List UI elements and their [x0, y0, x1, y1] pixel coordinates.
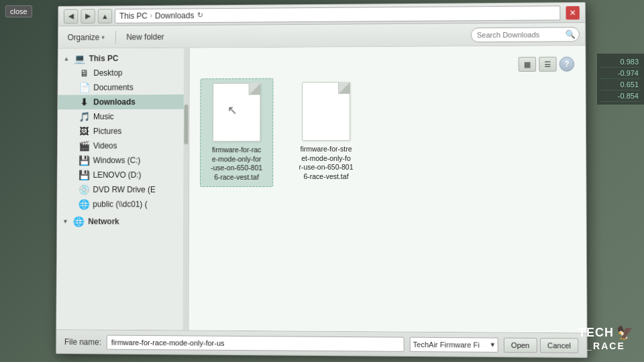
toolbar-separator [115, 30, 116, 44]
new-folder-button[interactable]: New folder [122, 30, 168, 44]
organize-label: Organize [68, 32, 100, 42]
right-panel: 0.983 -0.974 0.651 -0.854 [597, 54, 644, 105]
music-icon: 🎵 [78, 111, 89, 122]
sidebar-item-videos[interactable]: 🎬 Videos [58, 138, 189, 153]
public-icon: 🌐 [78, 199, 89, 210]
open-button[interactable]: Open [504, 337, 537, 353]
techair-logo: TECH 🦅 _RACE [578, 324, 633, 351]
help-button[interactable]: ? [559, 56, 575, 71]
sidebar-item-documents[interactable]: 📄 Documents [58, 80, 189, 95]
file-grid: ↖ firmware-for-race-mode-only-for-use-on… [200, 77, 575, 187]
sidebar-item-public[interactable]: 🌐 public (\\dc01) ( [57, 197, 189, 212]
content-area: ▲ 💻 This PC 🖥 Desktop 📄 Documents ⬇ Down… [56, 46, 586, 333]
file-name-input[interactable]: firmware-for-race-mode-only-for-us [107, 335, 405, 351]
sidebar-item-pictures[interactable]: 🖼 Pictures [58, 124, 189, 139]
organize-dropdown-arrow: ▾ [101, 34, 105, 40]
sidebar-item-this-pc[interactable]: ▲ 💻 This PC [58, 51, 189, 66]
cursor-icon-1: ↖ [227, 103, 237, 118]
back-button[interactable]: ◀ [64, 9, 78, 23]
sidebar: ▲ 💻 This PC 🖥 Desktop 📄 Documents ⬇ Down… [56, 48, 190, 330]
path-sep1: › [150, 12, 152, 19]
search-icon[interactable]: 🔍 [566, 29, 576, 39]
search-input[interactable] [477, 30, 566, 39]
sidebar-item-network[interactable]: ▼ 🌐 Network [57, 214, 189, 229]
window-close-button[interactable]: ✕ [566, 6, 579, 19]
file-item-1[interactable]: ↖ firmware-for-race-mode-only-for-use-on… [200, 78, 273, 187]
refresh-button[interactable]: ↻ [194, 9, 206, 21]
bottom-actions: Open Cancel [504, 337, 579, 353]
right-panel-value-2: -0.974 [600, 68, 641, 79]
view-list-button[interactable]: ☰ [539, 57, 557, 72]
logo-bird-icon: 🦅 [616, 324, 633, 341]
file-type-dropdown[interactable]: TechAir Firmware Fi ▾ [410, 337, 498, 352]
sidebar-scrollbar[interactable] [183, 48, 189, 330]
lenovo-d-label: LENOVO (D:) [93, 170, 142, 180]
documents-label: Documents [93, 82, 133, 92]
desktop-label: Desktop [93, 68, 122, 78]
file-fold-1 [249, 83, 261, 95]
new-folder-label: New folder [126, 32, 164, 42]
windows-c-label: Windows (C:) [93, 156, 141, 165]
file-type-arrow: ▾ [490, 341, 494, 349]
address-bar[interactable]: This PC › Downloads ↻ [115, 5, 560, 23]
nav-controls: ◀ ▶ ▲ [64, 9, 112, 23]
file-item-2[interactable]: firmware-for-street-mode-only-for-use-on… [289, 78, 363, 187]
sidebar-scrollbar-thumb [184, 104, 188, 144]
videos-icon: 🎬 [78, 141, 89, 152]
right-panel-value-1: 0.983 [600, 56, 641, 68]
view-controls: ▦ ☰ ? [201, 56, 575, 73]
address-path: This PC › Downloads [119, 11, 194, 21]
dvd-rw-label: DVD RW Drive (E [93, 185, 156, 194]
cancel-button[interactable]: Cancel [540, 337, 579, 353]
sidebar-item-windows-c[interactable]: 💾 Windows (C:) [58, 153, 189, 168]
organize-button[interactable]: Organize ▾ [64, 30, 109, 44]
path-this-pc: This PC [119, 11, 148, 20]
windows-c-icon: 💾 [78, 155, 89, 166]
this-pc-expand-arrow: ▲ [64, 56, 70, 62]
pictures-icon: 🖼 [78, 126, 89, 137]
sidebar-item-lenovo-d[interactable]: 💾 LENOVO (D:) [58, 168, 189, 182]
file-type-label: TechAir Firmware Fi [413, 340, 480, 349]
up-button[interactable]: ▲ [98, 9, 113, 23]
network-label: Network [88, 217, 119, 226]
file-name-value: firmware-for-race-mode-only-for-us [111, 338, 225, 347]
desktop-icon: 🖥 [79, 68, 90, 78]
dvd-rw-icon: 💿 [78, 184, 89, 195]
toolbar: Organize ▾ New folder 🔍 [58, 23, 585, 49]
sidebar-item-desktop[interactable]: 🖥 Desktop [58, 65, 189, 80]
network-expand-arrow: ▼ [62, 218, 68, 225]
documents-icon: 📄 [79, 82, 90, 93]
lenovo-d-icon: 💾 [78, 170, 89, 180]
file-pane: ▦ ☰ ? ↖ firmware-for-race-mode-only-for-… [189, 46, 586, 333]
videos-label: Videos [93, 141, 117, 151]
logo-race-text: _RACE [586, 341, 625, 351]
path-downloads: Downloads [155, 11, 194, 20]
sidebar-item-downloads[interactable]: ⬇ Downloads [58, 95, 189, 109]
public-label: public (\\dc01) ( [93, 200, 147, 209]
close-button[interactable]: close [5, 5, 32, 17]
file-icon-1: ↖ [213, 83, 261, 142]
network-icon: 🌐 [74, 216, 85, 227]
downloads-label: Downloads [93, 97, 136, 107]
pictures-label: Pictures [93, 127, 122, 136]
downloads-icon: ⬇ [79, 97, 90, 107]
sidebar-item-music[interactable]: 🎵 Music [58, 109, 189, 124]
file-name-2: firmware-for-street-mode-only-for-use-on… [299, 145, 353, 182]
right-panel-value-3: 0.651 [600, 79, 641, 90]
bottom-bar: File name: firmware-for-race-mode-only-f… [56, 329, 587, 357]
logo-tech-text: TECH [578, 326, 614, 339]
file-name-label: File name: [64, 337, 101, 347]
music-label: Music [93, 112, 114, 121]
search-bar: 🔍 [471, 27, 580, 42]
explorer-window: ◀ ▶ ▲ This PC › Downloads ↻ ✕ Organize ▾… [56, 2, 588, 358]
file-name-1: firmware-for-race-mode-only-for-use-on-6… [211, 145, 262, 182]
file-icon-2 [302, 82, 350, 141]
this-pc-label: This PC [89, 54, 119, 63]
view-icons-button[interactable]: ▦ [519, 57, 536, 72]
file-fold-2 [338, 82, 350, 94]
this-pc-icon: 💻 [74, 53, 85, 64]
right-panel-value-4: -0.854 [600, 90, 641, 102]
sidebar-item-dvd-rw[interactable]: 💿 DVD RW Drive (E [58, 182, 189, 197]
forward-button[interactable]: ▶ [80, 9, 95, 23]
